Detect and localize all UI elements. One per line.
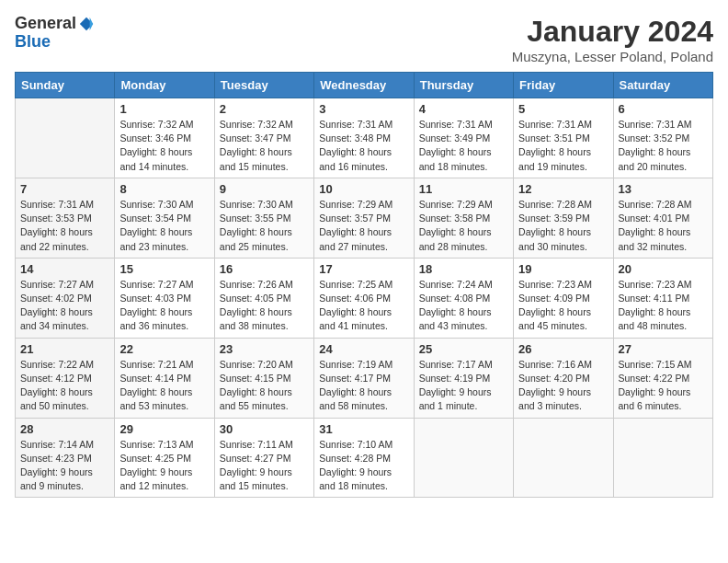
day-cell: 9Sunrise: 7:30 AM Sunset: 3:55 PM Daylig… xyxy=(214,178,313,258)
day-info: Sunrise: 7:26 AM Sunset: 4:05 PM Dayligh… xyxy=(220,278,309,334)
day-number: 4 xyxy=(419,102,508,116)
day-cell: 20Sunrise: 7:23 AM Sunset: 4:11 PM Dayli… xyxy=(613,258,712,338)
day-number: 7 xyxy=(20,182,109,196)
calendar-subtitle: Muszyna, Lesser Poland, Poland xyxy=(512,49,713,64)
calendar-table: SundayMondayTuesdayWednesdayThursdayFrid… xyxy=(15,72,713,498)
header-wednesday: Wednesday xyxy=(314,73,414,98)
logo: General Blue xyxy=(15,15,95,52)
day-cell xyxy=(514,418,613,498)
week-row-5: 28Sunrise: 7:14 AM Sunset: 4:23 PM Dayli… xyxy=(16,418,713,498)
day-info: Sunrise: 7:28 AM Sunset: 4:01 PM Dayligh… xyxy=(619,198,708,254)
day-info: Sunrise: 7:31 AM Sunset: 3:51 PM Dayligh… xyxy=(518,118,608,174)
day-number: 2 xyxy=(220,102,309,116)
day-info: Sunrise: 7:27 AM Sunset: 4:03 PM Dayligh… xyxy=(119,278,209,334)
day-number: 19 xyxy=(518,262,608,276)
day-number: 25 xyxy=(419,342,508,356)
day-cell: 7Sunrise: 7:31 AM Sunset: 3:53 PM Daylig… xyxy=(16,178,115,258)
day-cell: 1Sunrise: 7:32 AM Sunset: 3:46 PM Daylig… xyxy=(115,98,214,178)
calendar-title: January 2024 xyxy=(512,15,713,49)
day-info: Sunrise: 7:19 AM Sunset: 4:17 PM Dayligh… xyxy=(319,358,408,414)
day-cell: 15Sunrise: 7:27 AM Sunset: 4:03 PM Dayli… xyxy=(115,258,214,338)
day-cell: 25Sunrise: 7:17 AM Sunset: 4:19 PM Dayli… xyxy=(414,338,513,418)
day-info: Sunrise: 7:16 AM Sunset: 4:20 PM Dayligh… xyxy=(518,358,608,414)
day-cell: 21Sunrise: 7:22 AM Sunset: 4:12 PM Dayli… xyxy=(16,338,115,418)
day-cell xyxy=(414,418,513,498)
day-cell: 27Sunrise: 7:15 AM Sunset: 4:22 PM Dayli… xyxy=(613,338,712,418)
day-number: 12 xyxy=(518,182,608,196)
header-saturday: Saturday xyxy=(613,73,712,98)
day-info: Sunrise: 7:31 AM Sunset: 3:48 PM Dayligh… xyxy=(319,118,408,174)
day-cell: 24Sunrise: 7:19 AM Sunset: 4:17 PM Dayli… xyxy=(314,338,414,418)
calendar-header-row: SundayMondayTuesdayWednesdayThursdayFrid… xyxy=(16,73,713,98)
day-number: 8 xyxy=(119,182,209,196)
day-number: 22 xyxy=(119,342,209,356)
header-sunday: Sunday xyxy=(16,73,115,98)
day-number: 10 xyxy=(319,182,408,196)
day-cell: 17Sunrise: 7:25 AM Sunset: 4:06 PM Dayli… xyxy=(314,258,414,338)
day-cell: 18Sunrise: 7:24 AM Sunset: 4:08 PM Dayli… xyxy=(414,258,513,338)
page-header: General Blue January 2024 Muszyna, Lesse… xyxy=(15,15,713,64)
day-cell: 28Sunrise: 7:14 AM Sunset: 4:23 PM Dayli… xyxy=(16,418,115,498)
header-friday: Friday xyxy=(514,73,613,98)
day-number: 6 xyxy=(619,102,708,116)
day-number: 24 xyxy=(319,342,408,356)
day-number: 27 xyxy=(619,342,708,356)
logo-blue-text: Blue xyxy=(15,33,95,52)
day-info: Sunrise: 7:11 AM Sunset: 4:27 PM Dayligh… xyxy=(220,438,309,494)
day-cell: 11Sunrise: 7:29 AM Sunset: 3:58 PM Dayli… xyxy=(414,178,513,258)
day-cell: 8Sunrise: 7:30 AM Sunset: 3:54 PM Daylig… xyxy=(115,178,214,258)
day-info: Sunrise: 7:17 AM Sunset: 4:19 PM Dayligh… xyxy=(419,358,508,414)
day-number: 14 xyxy=(20,262,109,276)
header-tuesday: Tuesday xyxy=(214,73,313,98)
day-cell: 26Sunrise: 7:16 AM Sunset: 4:20 PM Dayli… xyxy=(514,338,613,418)
day-cell: 29Sunrise: 7:13 AM Sunset: 4:25 PM Dayli… xyxy=(115,418,214,498)
day-number: 23 xyxy=(220,342,309,356)
day-cell xyxy=(613,418,712,498)
day-cell: 23Sunrise: 7:20 AM Sunset: 4:15 PM Dayli… xyxy=(214,338,313,418)
day-info: Sunrise: 7:20 AM Sunset: 4:15 PM Dayligh… xyxy=(220,358,309,414)
day-info: Sunrise: 7:25 AM Sunset: 4:06 PM Dayligh… xyxy=(319,278,408,334)
day-number: 18 xyxy=(419,262,508,276)
day-cell: 30Sunrise: 7:11 AM Sunset: 4:27 PM Dayli… xyxy=(214,418,313,498)
day-info: Sunrise: 7:32 AM Sunset: 3:46 PM Dayligh… xyxy=(119,118,209,174)
day-info: Sunrise: 7:15 AM Sunset: 4:22 PM Dayligh… xyxy=(619,358,708,414)
day-info: Sunrise: 7:24 AM Sunset: 4:08 PM Dayligh… xyxy=(419,278,508,334)
logo-icon xyxy=(78,16,95,32)
header-thursday: Thursday xyxy=(414,73,513,98)
day-info: Sunrise: 7:13 AM Sunset: 4:25 PM Dayligh… xyxy=(119,438,209,494)
day-info: Sunrise: 7:30 AM Sunset: 3:54 PM Dayligh… xyxy=(119,198,209,254)
day-number: 15 xyxy=(119,262,209,276)
day-number: 13 xyxy=(619,182,708,196)
title-block: January 2024 Muszyna, Lesser Poland, Pol… xyxy=(512,15,713,64)
day-cell xyxy=(16,98,115,178)
logo-general-text: General xyxy=(15,15,76,33)
day-info: Sunrise: 7:14 AM Sunset: 4:23 PM Dayligh… xyxy=(20,438,109,494)
day-number: 17 xyxy=(319,262,408,276)
day-info: Sunrise: 7:31 AM Sunset: 3:52 PM Dayligh… xyxy=(619,118,708,174)
day-number: 1 xyxy=(119,102,209,116)
day-cell: 14Sunrise: 7:27 AM Sunset: 4:02 PM Dayli… xyxy=(16,258,115,338)
day-cell: 12Sunrise: 7:28 AM Sunset: 3:59 PM Dayli… xyxy=(514,178,613,258)
day-info: Sunrise: 7:23 AM Sunset: 4:09 PM Dayligh… xyxy=(518,278,608,334)
day-info: Sunrise: 7:31 AM Sunset: 3:49 PM Dayligh… xyxy=(419,118,508,174)
day-number: 11 xyxy=(419,182,508,196)
day-cell: 19Sunrise: 7:23 AM Sunset: 4:09 PM Dayli… xyxy=(514,258,613,338)
day-cell: 2Sunrise: 7:32 AM Sunset: 3:47 PM Daylig… xyxy=(214,98,313,178)
day-cell: 31Sunrise: 7:10 AM Sunset: 4:28 PM Dayli… xyxy=(314,418,414,498)
day-number: 31 xyxy=(319,422,408,436)
day-cell: 13Sunrise: 7:28 AM Sunset: 4:01 PM Dayli… xyxy=(613,178,712,258)
day-number: 26 xyxy=(518,342,608,356)
day-info: Sunrise: 7:27 AM Sunset: 4:02 PM Dayligh… xyxy=(20,278,109,334)
day-info: Sunrise: 7:31 AM Sunset: 3:53 PM Dayligh… xyxy=(20,198,109,254)
day-number: 29 xyxy=(119,422,209,436)
day-info: Sunrise: 7:28 AM Sunset: 3:59 PM Dayligh… xyxy=(518,198,608,254)
day-number: 28 xyxy=(20,422,109,436)
day-info: Sunrise: 7:21 AM Sunset: 4:14 PM Dayligh… xyxy=(119,358,209,414)
day-number: 21 xyxy=(20,342,109,356)
header-monday: Monday xyxy=(115,73,214,98)
day-cell: 3Sunrise: 7:31 AM Sunset: 3:48 PM Daylig… xyxy=(314,98,414,178)
day-cell: 10Sunrise: 7:29 AM Sunset: 3:57 PM Dayli… xyxy=(314,178,414,258)
day-cell: 5Sunrise: 7:31 AM Sunset: 3:51 PM Daylig… xyxy=(514,98,613,178)
day-info: Sunrise: 7:10 AM Sunset: 4:28 PM Dayligh… xyxy=(319,438,408,494)
day-number: 5 xyxy=(518,102,608,116)
